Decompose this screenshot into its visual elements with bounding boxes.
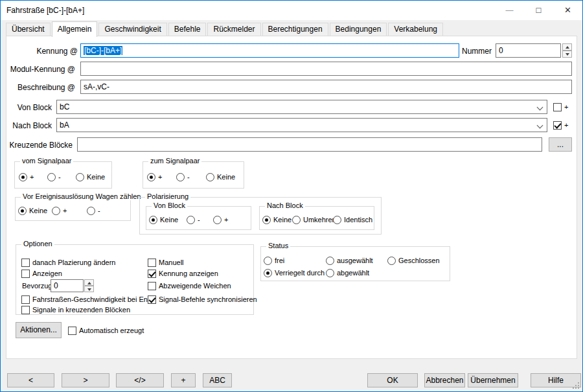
spin-down-icon[interactable] [84, 286, 94, 292]
checkbox-icon [21, 259, 30, 267]
nach-block-combobox[interactable]: bA [56, 118, 547, 132]
checkbox-signal-befehle-sync[interactable]: Signal-Befehle synchronisieren [148, 294, 257, 305]
checkbox-danach-plazierung[interactable]: danach Plazierung ändern [21, 257, 115, 268]
spin-up-icon[interactable] [84, 279, 94, 286]
checkbox-icon [21, 306, 30, 314]
kreuzende-bloecke-input[interactable] [77, 137, 542, 152]
checkbox-anzeigen[interactable]: Anzeigen [21, 268, 62, 279]
radio-pol-von-minus[interactable]: - [187, 214, 200, 225]
nach-block-label: Nach Block [6, 121, 52, 130]
close-icon[interactable]: ✕ [553, 1, 582, 20]
ok-button[interactable]: OK [367, 373, 418, 387]
radio-wagen-keine[interactable]: Keine [18, 205, 47, 216]
kennung-label: Kennung @ [13, 47, 78, 56]
radio-label: abgewählt [337, 269, 369, 277]
radio-icon [292, 216, 301, 224]
checkbox-icon [68, 327, 76, 335]
radio-icon [149, 216, 157, 224]
modul-kennung-input[interactable] [80, 62, 572, 76]
bevorzugt-input[interactable]: 0 [51, 279, 84, 292]
radio-pol-von-plus[interactable]: + [213, 214, 228, 225]
von-block-plus-checkbox[interactable]: + [553, 102, 568, 112]
nach-block-plus-label: + [564, 121, 568, 129]
kreuzende-bloecke-label: Kreuzende Blöcke [6, 141, 73, 150]
kennung-selected-text: [bC-]-[bA+] [84, 46, 122, 55]
kennung-input[interactable]: [bC-]-[bA+] [80, 43, 459, 58]
spin-up-icon[interactable] [562, 43, 572, 51]
radio-label: Identisch [344, 216, 372, 224]
radio-vom-signalpaar-plus[interactable]: + [19, 172, 34, 182]
radio-label: Umkehren [303, 216, 336, 224]
radio-label: + [30, 173, 34, 181]
aktionen-button[interactable]: Aktionen... [16, 322, 62, 338]
checkbox-label: Abzweigende Weichen [159, 282, 231, 290]
tab-geschwindigkeit[interactable]: Geschwindigkeit [98, 23, 166, 36]
checkbox-icon [553, 103, 562, 111]
spin-down-icon[interactable] [562, 51, 572, 58]
radio-pol-nach-umkehren[interactable]: Umkehren [292, 214, 336, 225]
checkbox-signale-kreuzend[interactable]: Signale in kreuzenden Blöcken [21, 305, 130, 315]
radio-status-abgewaehlt[interactable]: abgewählt [326, 268, 369, 278]
radio-pol-von-keine[interactable]: Keine [149, 214, 178, 225]
von-block-value: bC [60, 102, 69, 111]
resize-grip[interactable] [578, 387, 579, 389]
radio-status-frei[interactable]: frei [264, 255, 284, 266]
tab-uebersicht[interactable]: Übersicht [6, 23, 51, 36]
radio-wagen-plus[interactable]: + [52, 205, 67, 216]
titlebar[interactable]: Fahrstraße [bC-]-[bA+] — □ ✕ [1, 1, 582, 20]
radio-wagen-minus[interactable]: - [87, 205, 100, 216]
code-button[interactable]: </> [116, 373, 164, 387]
radio-label: - [198, 216, 200, 224]
nav-back-button[interactable]: < [7, 373, 54, 387]
checkbox-kennung-anzeigen[interactable]: Kennung anzeigen [148, 268, 218, 279]
abc-button[interactable]: ABC [203, 373, 232, 387]
checkbox-abzweigende-weichen[interactable]: Abzweigende Weichen [148, 281, 231, 291]
radio-status-geschlossen[interactable]: Geschlossen [387, 255, 440, 266]
tab-berechtigungen[interactable]: Berechtigungen [262, 23, 328, 36]
checkbox-manuell[interactable]: Manuell [148, 257, 184, 268]
add-button[interactable]: + [171, 373, 196, 387]
radio-zum-signalpaar-plus[interactable]: + [147, 172, 162, 182]
radio-label: Keine [160, 216, 178, 224]
apply-button[interactable]: Übernehmen [468, 373, 518, 387]
checkbox-label: Automatisch erzeugt [79, 327, 144, 334]
nach-block-plus-checkbox[interactable]: + [553, 120, 568, 130]
von-block-plus-label: + [564, 103, 568, 111]
checkbox-icon [148, 295, 156, 304]
tab-verkabelung[interactable]: Verkabelung [388, 23, 443, 36]
checkbox-automatisch-erzeugt[interactable]: Automatisch erzeugt [68, 325, 144, 336]
nav-forward-button[interactable]: > [62, 373, 109, 387]
radio-label: + [63, 207, 67, 214]
tab-rueckmelder[interactable]: Rückmelder [207, 23, 260, 36]
radio-zum-signalpaar-minus[interactable]: - [176, 172, 190, 182]
tab-allgemein[interactable]: Allgemein [52, 21, 98, 37]
tab-bar: Übersicht Allgemein Geschwindigkeit Befe… [6, 21, 444, 36]
radio-label: Keine [29, 207, 47, 214]
help-button[interactable]: Hilfe [531, 373, 581, 387]
browse-button[interactable]: ... [549, 137, 572, 152]
group-polarisierung-von-block: Von Block Keine - + [146, 206, 251, 230]
radio-pol-nach-keine[interactable]: Keine [262, 214, 292, 225]
maximize-icon[interactable]: □ [524, 1, 553, 20]
radio-label: Keine [217, 173, 235, 181]
tab-befehle[interactable]: Befehle [168, 23, 207, 36]
radio-status-ausgewaehlt[interactable]: ausgewählt [326, 255, 373, 266]
bevorzugt-spinner [84, 279, 94, 292]
nummer-input[interactable]: 0 [496, 43, 561, 58]
radio-vom-signalpaar-minus[interactable]: - [47, 172, 61, 182]
group-title: Nach Block [265, 202, 305, 209]
beschreibung-input[interactable]: sA-,vC- [80, 80, 572, 94]
checkbox-geschwindigkeit-enter[interactable]: Fahrstraßen-Geschwindigkeit bei Enter [21, 294, 156, 305]
tab-bedingungen[interactable]: Bedingungen [330, 23, 387, 36]
beschreibung-label: Beschreibung @ [6, 83, 75, 92]
cancel-button[interactable]: Abbrechen [424, 373, 465, 387]
radio-vom-signalpaar-keine[interactable]: Keine [76, 172, 105, 182]
von-block-combobox[interactable]: bC [56, 100, 547, 114]
radio-zum-signalpaar-keine[interactable]: Keine [206, 172, 235, 182]
radio-icon [264, 257, 272, 265]
group-wagen-zaehlen: Vor Ereignisauslösung Wagen zählen Keine… [15, 197, 131, 221]
minimize-icon[interactable]: — [495, 1, 524, 20]
radio-status-verriegelt[interactable]: Verriegelt durch [264, 268, 325, 278]
radio-pol-nach-identisch[interactable]: Identisch [333, 214, 372, 225]
checkbox-label: Anzeigen [32, 270, 62, 277]
